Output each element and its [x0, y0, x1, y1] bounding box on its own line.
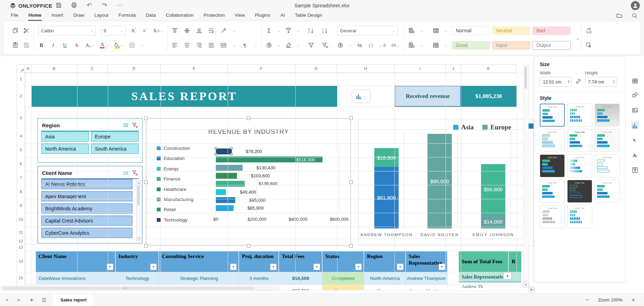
filter-dropdown-icon[interactable]: ▼ — [397, 264, 403, 270]
paste-icon[interactable] — [12, 42, 18, 49]
pivot-header-next-cell[interactable]: R — [508, 251, 521, 272]
row-header-3[interactable]: 3 — [17, 106, 25, 129]
clear-filter-icon[interactable] — [132, 122, 138, 129]
chart-style-11[interactable]: Chart Title — [567, 180, 592, 203]
slicer-item-ai-nexus-robotics[interactable]: AI Nexus Robotics — [41, 179, 132, 189]
scroll-up-icon[interactable]: ▲ — [137, 180, 141, 185]
menu-home[interactable]: Home — [28, 11, 42, 21]
search-icon[interactable] — [631, 12, 638, 19]
cell-style-output[interactable]: Output — [532, 41, 571, 50]
open-file-location-icon[interactable] — [616, 12, 622, 19]
text-art-settings-icon[interactable]: A — [631, 151, 639, 159]
table-header-region[interactable]: Region ▼ — [364, 251, 406, 272]
menu-draw[interactable]: Draw — [73, 11, 85, 21]
legend-item[interactable]: Energy — [157, 166, 179, 171]
cell-style-neutral[interactable]: Neutral — [492, 26, 530, 35]
clear-icon[interactable] — [285, 42, 292, 49]
column-header-J[interactable]: J — [446, 64, 461, 73]
table-cell[interactable]: Andrew Thompson — [406, 272, 448, 284]
row-header-7[interactable]: 7 — [17, 171, 25, 185]
pivot-row-label-cell[interactable]: Sales Representative ▼ — [459, 272, 521, 282]
select-icon[interactable] — [586, 42, 592, 49]
selection-handle[interactable] — [214, 147, 217, 150]
chart-resize-handle[interactable] — [247, 244, 250, 248]
table-cell[interactable]: Europe — [364, 284, 406, 290]
fill-icon[interactable] — [285, 27, 292, 34]
legend-item[interactable]: Construction — [157, 146, 190, 151]
cell-style-input[interactable]: Input — [492, 41, 530, 50]
pivot-value-cell[interactable]: Andrew Th — [459, 282, 521, 289]
selection-handle[interactable] — [230, 147, 233, 150]
column-header-B[interactable]: B — [31, 64, 77, 73]
insert-table-icon[interactable] — [433, 42, 439, 49]
chart-style-14[interactable]: Chart Title — [567, 205, 592, 228]
copy-icon[interactable] — [12, 27, 18, 34]
column-header-K[interactable]: K — [461, 64, 516, 73]
client-name-slicer[interactable]: Client Name AI Nexus RoboticsApex Manage… — [38, 166, 142, 243]
sheet-list-icon[interactable]: ☰ — [41, 297, 47, 304]
shape-settings-icon[interactable] — [631, 91, 639, 99]
menu-table-design[interactable]: Table Design — [295, 11, 323, 21]
row-header-15[interactable]: 15 — [17, 272, 25, 284]
paragraph-settings-icon[interactable]: ¶ — [631, 136, 639, 144]
column-header-G[interactable]: G — [295, 64, 337, 73]
bold-icon[interactable]: B — [38, 42, 44, 49]
menu-collaboration[interactable]: Collaboration — [165, 11, 194, 21]
underline-icon[interactable]: U — [62, 42, 68, 49]
image-settings-icon[interactable] — [631, 106, 639, 114]
stacked-column[interactable]: $61,800 $18,900 — [374, 119, 399, 228]
bar-finance[interactable] — [216, 181, 245, 187]
bar-construction[interactable] — [216, 205, 234, 211]
decrease-font-icon[interactable]: A˅ — [142, 27, 148, 34]
column-header-I[interactable]: I — [394, 64, 446, 73]
row-header-2[interactable]: 2 — [17, 85, 25, 107]
menu-protection[interactable]: Protection — [203, 11, 225, 21]
format-as-table-icon[interactable] — [433, 27, 439, 34]
table-cell[interactable]: Completed — [323, 272, 364, 284]
row-header-13[interactable]: 13 — [17, 244, 25, 251]
received-revenue-cell[interactable]: Received revenue — [394, 86, 461, 107]
increase-font-icon[interactable]: A˄ — [131, 27, 137, 34]
subscript-icon[interactable]: A1⌄ — [85, 42, 94, 49]
slicer-item-capital-crest-advisors[interactable]: Capital Crest Advisors — [41, 216, 132, 226]
change-case-icon[interactable]: AA⌄ — [153, 27, 163, 34]
table-header-consulting-service[interactable]: Consulting Service ▼ — [159, 251, 239, 272]
selection-handle[interactable] — [214, 153, 217, 155]
chart-style-12[interactable]: Chart Title — [595, 180, 620, 203]
stacked-column[interactable]: $14,000 $50,800 — [481, 119, 505, 228]
legend-item[interactable]: Retail — [157, 207, 176, 212]
currency-style-icon[interactable] — [337, 42, 343, 49]
column-header-H[interactable]: H — [337, 64, 394, 73]
row-header-12[interactable]: 12 — [17, 238, 25, 244]
chart-style-5[interactable]: Chart Title — [567, 129, 592, 152]
multiselect-icon[interactable] — [123, 169, 129, 176]
cell-style-good[interactable]: Good — [452, 41, 490, 50]
column-segment[interactable]: $18,900 — [374, 148, 399, 167]
constrain-proportions-icon[interactable] — [575, 78, 581, 85]
row-header-11[interactable]: 11 — [17, 226, 25, 239]
cell-style-bad[interactable]: Bad — [532, 26, 571, 35]
bar-manufacturing[interactable] — [216, 165, 243, 171]
align-middle-icon[interactable] — [184, 27, 190, 34]
chart-style-6[interactable]: Chart Title — [595, 129, 620, 152]
legend-item[interactable]: Asia — [453, 123, 474, 131]
legend-item[interactable]: Healthcare — [157, 187, 186, 192]
clear-filter-icon[interactable] — [322, 42, 328, 49]
wrap-text-icon[interactable] — [208, 27, 214, 34]
increase-decimal-icon[interactable]: ←.0 — [379, 42, 386, 49]
cell-styles-expand-icon[interactable]: ⌄ — [576, 35, 580, 41]
column-segment[interactable]: $50,800 — [481, 164, 505, 215]
cell-settings-icon[interactable] — [631, 77, 639, 85]
align-bottom-icon[interactable] — [196, 27, 202, 34]
table-cell[interactable]: North America — [364, 272, 406, 284]
italic-icon[interactable]: I — [50, 42, 56, 49]
insert-cells-icon[interactable] — [408, 27, 415, 34]
comma-style-icon[interactable]: ( ) — [368, 42, 374, 49]
legend-item[interactable]: Education — [157, 156, 185, 161]
sort-descending-icon[interactable]: ZA — [322, 27, 328, 34]
table-cell[interactable]: $85,200 — [279, 284, 323, 290]
merge-cells-icon[interactable] — [220, 42, 227, 49]
table-header-proj-duration[interactable]: Proj. duration ▼ — [239, 251, 279, 272]
table-header-total-fees[interactable]: Total Fees ▼ — [279, 251, 323, 272]
slicer-settings-icon[interactable] — [631, 166, 639, 174]
